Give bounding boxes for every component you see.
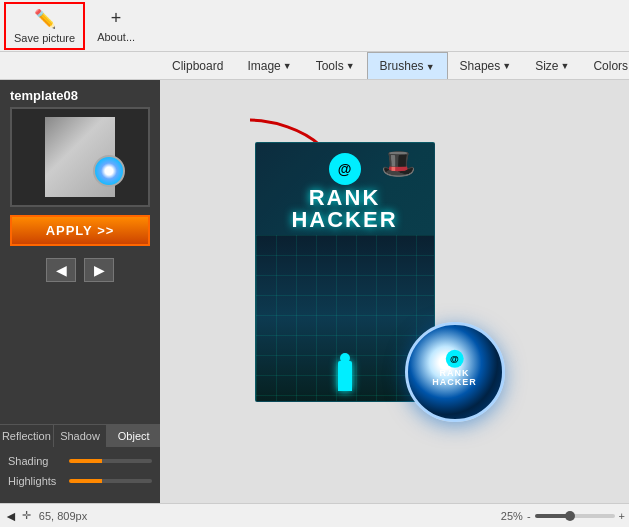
hat-icon: 🎩 (381, 147, 416, 180)
menu-tools[interactable]: Tools ▼ (304, 52, 367, 79)
disc-hacker: HACKER (432, 377, 477, 386)
sidebar-nav: ◀ ▶ (0, 254, 160, 286)
about-label: About... (97, 31, 135, 43)
zoom-slider[interactable] (535, 514, 615, 518)
zoom-controls: 25% - + (501, 510, 625, 522)
chevron-down-icon: ▼ (561, 61, 570, 71)
shading-label: Shading (8, 455, 63, 467)
zoom-slider-thumb[interactable] (565, 511, 575, 521)
box-header: @ RANK HACKER 🎩 (256, 143, 434, 235)
save-picture-button[interactable]: ✏️ Save picture (4, 2, 85, 50)
box-title-hacker: HACKER (264, 209, 426, 231)
main-content: template08 APPLY >> ◀ ▶ Reflection Shado… (0, 80, 629, 503)
product-disc: @ RANK HACKER (405, 322, 505, 422)
product-box: @ RANK HACKER 🎩 @ RANK HACKER (255, 142, 515, 442)
tab-reflection[interactable]: Reflection (0, 425, 54, 447)
template-thumbnail (10, 107, 150, 207)
apply-button[interactable]: APPLY >> (10, 215, 150, 246)
thumbnail-disc (93, 155, 125, 187)
chevron-down-icon: ▼ (502, 61, 511, 71)
highlights-label: Highlights (8, 475, 63, 487)
menu-brushes[interactable]: Brushes ▼ (367, 52, 448, 79)
chevron-down-icon: ▼ (346, 61, 355, 71)
menu-size[interactable]: Size ▼ (523, 52, 581, 79)
menubar: Clipboard Image ▼ Tools ▼ Brushes ▼ Shap… (0, 52, 629, 80)
figure (338, 361, 352, 391)
object-properties: Shading Highlights (0, 447, 160, 503)
disc-label: @ RANK HACKER (432, 349, 477, 386)
sidebar: template08 APPLY >> ◀ ▶ Reflection Shado… (0, 80, 160, 503)
tab-shadow[interactable]: Shadow (54, 425, 108, 447)
zoom-level: 25% (501, 510, 523, 522)
box-title-rank: RANK (264, 187, 426, 209)
chevron-down-icon: ▼ (283, 61, 292, 71)
shading-row: Shading (8, 455, 152, 467)
coordinates: 65, 809px (39, 510, 87, 522)
next-template-button[interactable]: ▶ (84, 258, 114, 282)
scroll-left-button[interactable]: ◄ (4, 508, 18, 524)
chevron-down-icon: ▼ (426, 62, 435, 72)
statusbar: ◄ ✛ 65, 809px 25% - + (0, 503, 629, 527)
disc-logo: @ (445, 349, 463, 367)
menu-clipboard[interactable]: Clipboard (160, 52, 235, 79)
shading-slider[interactable] (69, 459, 152, 463)
crosshair-icon: ✛ (22, 509, 31, 522)
about-button[interactable]: + About... (89, 4, 143, 47)
zoom-plus-button[interactable]: + (619, 510, 625, 522)
plus-icon: + (111, 8, 122, 29)
box-logo: @ (329, 153, 361, 185)
menu-colors[interactable]: Colors ▼ (581, 52, 629, 79)
menu-image[interactable]: Image ▼ (235, 52, 303, 79)
highlights-slider[interactable] (69, 479, 152, 483)
thumbnail-box (45, 117, 115, 197)
template-name: template08 (0, 80, 160, 107)
tab-object[interactable]: Object (107, 425, 160, 447)
highlights-row: Highlights (8, 475, 152, 487)
prev-template-button[interactable]: ◀ (46, 258, 76, 282)
zoom-minus-button[interactable]: - (527, 510, 531, 522)
toolbar: ✏️ Save picture + About... (0, 0, 629, 52)
canvas-area: @ RANK HACKER 🎩 @ RANK HACKER (160, 80, 629, 503)
menu-shapes[interactable]: Shapes ▼ (448, 52, 524, 79)
sidebar-tabs: Reflection Shadow Object (0, 424, 160, 447)
pencil-icon: ✏️ (34, 8, 56, 30)
save-label: Save picture (14, 32, 75, 44)
